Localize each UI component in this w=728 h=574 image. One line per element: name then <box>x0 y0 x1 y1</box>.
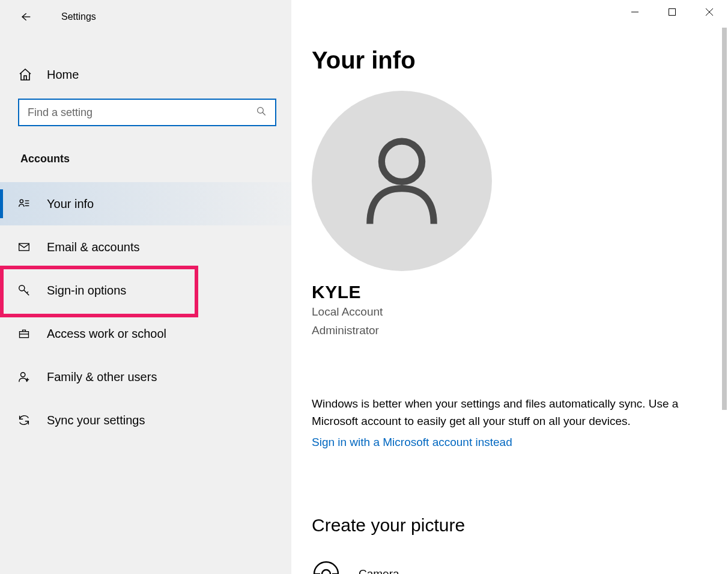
svg-point-9 <box>322 570 330 574</box>
sidebar-item-label: Sign-in options <box>47 284 126 298</box>
sync-icon <box>17 413 31 427</box>
home-label: Home <box>47 68 79 82</box>
window-title: Settings <box>61 11 96 22</box>
svg-point-0 <box>258 108 264 114</box>
maximize-button[interactable] <box>654 0 691 24</box>
svg-rect-4 <box>20 332 29 338</box>
sidebar-home[interactable]: Home <box>0 58 291 91</box>
search-input[interactable] <box>28 106 256 119</box>
user-account-type: Local Account <box>312 304 728 321</box>
svg-rect-6 <box>669 9 676 16</box>
main-content: Your info KYLE Local Account Administrat… <box>291 0 728 574</box>
your-info-icon <box>17 197 31 211</box>
create-picture-heading: Create your picture <box>312 515 728 536</box>
svg-point-8 <box>314 562 338 574</box>
sidebar-item-label: Email & accounts <box>47 240 140 254</box>
titlebar-left: Settings <box>0 5 291 29</box>
camera-label: Camera <box>359 567 399 574</box>
svg-rect-2 <box>19 243 29 251</box>
search-container <box>0 99 291 126</box>
arrow-left-icon <box>19 11 31 23</box>
svg-point-1 <box>20 200 23 203</box>
svg-point-7 <box>381 141 422 182</box>
sidebar-section-label: Accounts <box>0 153 291 165</box>
sidebar-item-label: Access work or school <box>47 327 166 341</box>
sidebar-item-access-work-school[interactable]: Access work or school <box>0 312 291 355</box>
page-title: Your info <box>312 47 728 74</box>
email-icon <box>17 240 31 254</box>
vertical-scrollbar[interactable] <box>722 28 727 410</box>
people-icon <box>17 370 31 384</box>
sidebar-item-your-info[interactable]: Your info <box>0 182 291 225</box>
sidebar-item-sync-settings[interactable]: Sync your settings <box>0 398 291 442</box>
camera-icon <box>312 560 341 574</box>
sidebar-item-label: Your info <box>47 197 94 211</box>
key-icon <box>17 283 31 298</box>
sidebar: Settings Home <box>0 0 291 574</box>
user-avatar <box>312 91 492 271</box>
camera-option[interactable]: Camera <box>312 560 728 574</box>
close-button[interactable] <box>691 0 728 24</box>
sidebar-item-family-other-users[interactable]: Family & other users <box>0 355 291 398</box>
user-role: Administrator <box>312 322 728 340</box>
sign-in-microsoft-link[interactable]: Sign in with a Microsoft account instead <box>312 436 512 449</box>
home-icon <box>18 67 32 82</box>
briefcase-icon <box>17 326 31 341</box>
sidebar-nav: Your info Email & accounts <box>0 182 291 442</box>
window-controls <box>616 0 728 24</box>
sidebar-item-sign-in-options[interactable]: Sign-in options <box>0 269 291 312</box>
search-icon <box>256 106 267 119</box>
person-icon <box>360 133 444 229</box>
back-button[interactable] <box>18 10 32 24</box>
settings-window: Settings Home <box>0 0 728 574</box>
user-name: KYLE <box>312 282 728 302</box>
sync-description: Windows is better when your settings and… <box>312 395 708 430</box>
search-box[interactable] <box>18 99 276 126</box>
sidebar-item-email-accounts[interactable]: Email & accounts <box>0 225 291 269</box>
sidebar-item-label: Family & other users <box>47 370 157 384</box>
minimize-button[interactable] <box>616 0 654 24</box>
sidebar-item-label: Sync your settings <box>47 414 145 427</box>
svg-point-5 <box>21 373 25 377</box>
svg-point-3 <box>19 285 25 291</box>
